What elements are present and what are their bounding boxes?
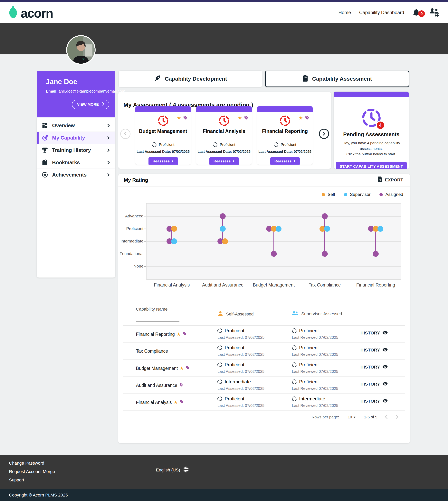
- capability-name-cell: Budget Management: [136, 365, 190, 371]
- next-page-button[interactable]: [395, 414, 399, 420]
- rows-per-page-select[interactable]: 10: [347, 415, 356, 420]
- acorn-logo[interactable]: acorn: [9, 6, 53, 19]
- tag-icon: [186, 365, 190, 371]
- capability-level: Proficient: [281, 142, 296, 147]
- sidebar: Jane Doe Email:jane.doe@examplecompanyem…: [37, 71, 115, 277]
- nav-link-home[interactable]: Home: [338, 10, 351, 15]
- y-axis-label: Foundational: [118, 251, 144, 256]
- x-axis-label: Financial Analysis: [146, 282, 197, 288]
- footer-link-request-account-merge[interactable]: Request Account Merge: [9, 469, 55, 474]
- language-selector[interactable]: English (US): [155, 466, 190, 474]
- level-progress-icon: [152, 142, 157, 147]
- history-button[interactable]: HISTORY: [359, 398, 389, 404]
- assessment-card: Financial Reporting Proficient Last Asse…: [257, 106, 313, 165]
- chart-dot-assigned: [322, 251, 328, 257]
- capability-name-filter-input[interactable]: [136, 313, 179, 321]
- favorite-star-icon: [238, 116, 242, 120]
- self-assessed-date: Last Assessed: 07/02/2025: [217, 352, 264, 357]
- sidebar-item-label: Bookmarks: [52, 159, 80, 166]
- top-accent-strip: [0, 0, 448, 2]
- tag-icon: [244, 115, 249, 121]
- supervisor-level: Proficient: [299, 328, 319, 334]
- level-progress-icon: [217, 328, 222, 333]
- chart-dot-supervisor: [276, 226, 282, 232]
- legend-item: Self: [322, 192, 335, 197]
- legend-dot-icon: [344, 193, 347, 196]
- my-assessment-panel: My Assessment ( 4 assessments are pendin…: [118, 92, 331, 169]
- sidebar-item-overview[interactable]: Overview: [37, 119, 115, 132]
- footer: Change Password Request Account Merge Su…: [0, 455, 448, 489]
- supervisor-reviewed-date: Last Reviewed 07/02/2025: [292, 403, 338, 408]
- footer-link-support[interactable]: Support: [9, 478, 24, 483]
- y-axis-tick: [144, 266, 146, 267]
- notifications-button[interactable]: 9: [412, 8, 421, 17]
- export-button[interactable]: EXPORT: [376, 176, 404, 184]
- favorite-star-icon: [174, 400, 178, 405]
- history-button[interactable]: HISTORY: [359, 330, 389, 336]
- supervisor-level: Proficient: [299, 345, 319, 350]
- pending-title: Pending Assessments: [334, 132, 409, 137]
- tab-capability-development[interactable]: Capability Development: [119, 71, 262, 87]
- grid-icon: [42, 122, 48, 128]
- chevron-right-icon: [107, 160, 110, 165]
- view-more-button[interactable]: VIEW MORE: [72, 100, 109, 109]
- eye-icon: [383, 382, 388, 387]
- carousel-next-button[interactable]: [319, 129, 329, 139]
- supervisor-assessed-cell: Proficient Last Reviewed 07/02/2025: [292, 328, 338, 340]
- pending-message: Hey, you have 4 pending capability asses…: [334, 140, 409, 157]
- globe-icon: [183, 466, 189, 474]
- self-assessed-date: Last Assessed: 07/02/2025: [217, 403, 264, 408]
- chart-legend: Self Supervisor Assigned: [322, 192, 403, 197]
- carousel-prev-button[interactable]: [120, 129, 130, 139]
- sidebar-item-bookmarks[interactable]: Bookmarks: [37, 156, 115, 169]
- history-button[interactable]: HISTORY: [359, 381, 389, 387]
- reassess-button[interactable]: Reassess: [270, 157, 300, 165]
- legend-item: Assigned: [379, 192, 403, 197]
- reassess-button[interactable]: Reassess: [148, 157, 178, 165]
- favorite-star-icon: [299, 116, 303, 120]
- history-button[interactable]: HISTORY: [359, 364, 389, 370]
- level-progress-icon: [217, 363, 222, 367]
- history-button[interactable]: HISTORY: [359, 347, 389, 353]
- chart-assigned-range-line: [324, 216, 325, 254]
- tab-capability-assessment[interactable]: Capability Assessment: [265, 71, 409, 87]
- last-assessed-date: Last Assessed Date: 07/02/2025: [257, 150, 313, 154]
- y-axis-label: Advanced: [118, 214, 144, 218]
- level-progress-icon: [217, 345, 222, 350]
- level-progress-icon: [213, 142, 217, 147]
- account-switch-button[interactable]: [429, 8, 439, 17]
- user-card: Jane Doe Email:jane.doe@examplecompanyem…: [37, 71, 115, 117]
- capability-name-cell: Financial Reporting: [136, 332, 187, 337]
- chevron-right-icon: [395, 414, 399, 420]
- overdue-clock-icon: [279, 115, 291, 126]
- clipboard-icon: [302, 75, 308, 83]
- supervisor-assessed-header: Supervisor-Assessed: [292, 311, 342, 317]
- supervisor-reviewed-date: Last Reviewed 07/02/2025: [292, 386, 338, 391]
- chart-dot-supervisor: [378, 226, 383, 232]
- overdue-clock-icon: [218, 115, 230, 126]
- chart-dot-self: [171, 226, 177, 232]
- x-axis-label: Financial Reporting: [350, 282, 401, 288]
- supervisor-level: Proficient: [299, 379, 319, 385]
- level-progress-icon: [292, 363, 297, 367]
- y-axis-label: None: [118, 264, 144, 269]
- self-level: Proficient: [225, 345, 244, 350]
- sidebar-item-my-capability[interactable]: My Capability: [37, 132, 115, 144]
- sidebar-item-achievements[interactable]: Achievements: [37, 169, 115, 181]
- sidebar-item-training-history[interactable]: Training History: [37, 144, 115, 156]
- reassess-button[interactable]: Reassess: [209, 157, 239, 165]
- start-capability-assessment-button[interactable]: START CAPABILITY ASSESSMENT: [336, 162, 407, 169]
- sidebar-menu: Overview My Capability Training History …: [37, 117, 115, 277]
- nav-link-capability-dashboard[interactable]: Capability Dashboard: [359, 10, 404, 15]
- table-row-budget-management: Budget Management Proficient Last Assess…: [123, 360, 405, 377]
- achievements-icon: [42, 172, 48, 178]
- sidebar-item-label: My Capability: [52, 135, 85, 141]
- footer-link-change-password[interactable]: Change Password: [9, 461, 44, 466]
- self-level: Proficient: [225, 362, 244, 367]
- level-progress-icon: [292, 380, 297, 384]
- tag-icon: [183, 115, 188, 121]
- previous-page-button[interactable]: [385, 414, 388, 420]
- last-assessed-date: Last Assessed Date: 07/02/2025: [135, 150, 191, 154]
- sidebar-item-label: Training History: [52, 147, 91, 153]
- supervisor-level: Intermediate: [299, 396, 325, 402]
